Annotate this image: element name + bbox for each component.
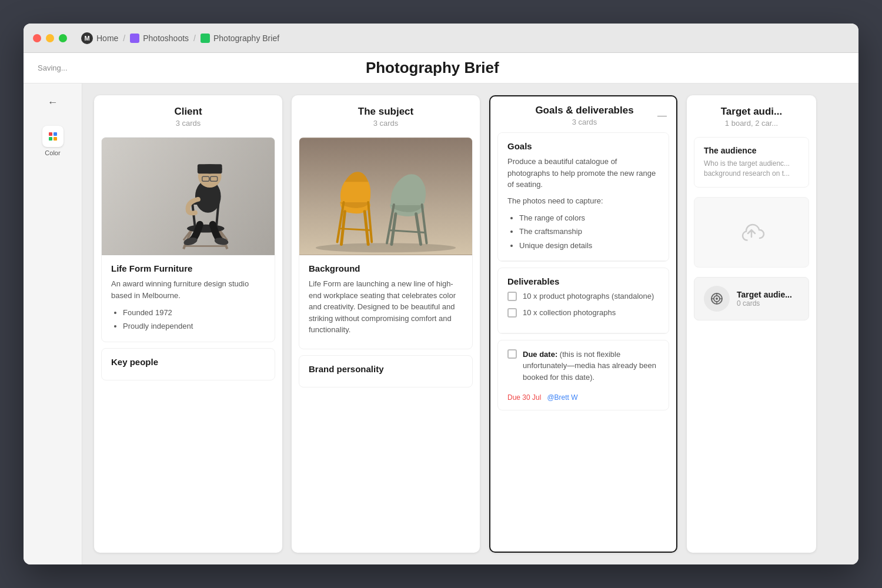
content-area: Saving... Photography Brief ←: [24, 53, 858, 564]
column-target-audience: Target audi... 1 board, 2 car... The aud…: [687, 95, 816, 553]
color-tool-label: Color: [45, 149, 60, 156]
card-brand-content: Brand personality: [299, 356, 472, 387]
checkbox-2[interactable]: [507, 308, 517, 318]
deliverable-item-1: 10 x product photographs (standalone): [507, 291, 659, 302]
column-client-title: Client: [106, 106, 270, 118]
deliverable-label-1: 10 x product photographs (standalone): [523, 291, 654, 302]
column-target-title: Target audi...: [699, 106, 804, 118]
breadcrumb-home[interactable]: M Home: [81, 32, 118, 44]
due-date-bold: Due date:: [523, 350, 557, 359]
breadcrumb-sep-1: /: [123, 34, 125, 43]
column-target-count: 1 board, 2 car...: [699, 119, 804, 128]
list-item: Unique design details: [519, 239, 659, 252]
breadcrumb-home-label: Home: [96, 34, 118, 43]
traffic-lights: [33, 34, 67, 42]
list-item: The range of colors: [519, 211, 659, 225]
svg-rect-24: [299, 138, 472, 255]
svg-rect-2: [49, 137, 52, 141]
color-icon: [42, 126, 64, 147]
green-square-icon: [201, 34, 210, 43]
column-goals-header-row: Goals & deliverables 3 cards —: [490, 96, 676, 128]
column-subject-count: 3 cards: [303, 119, 468, 128]
column-client: Client 3 cards: [94, 95, 282, 553]
target-icon: [704, 286, 730, 312]
breadcrumb-brief[interactable]: Photography Brief: [201, 34, 279, 43]
column-client-count: 3 cards: [106, 119, 270, 128]
card-life-form-text: An award winning furniture design studio…: [111, 278, 265, 301]
column-goals-title: Goals & deliverables: [535, 105, 633, 116]
card-life-form[interactable]: Life Form Furniture An award winning fur…: [101, 137, 275, 342]
column-target-header: Target audi... 1 board, 2 car...: [687, 95, 816, 132]
upload-area[interactable]: [694, 197, 809, 268]
minimize-button[interactable]: [46, 34, 54, 42]
card-background[interactable]: Background Life Form are launching a new…: [299, 137, 473, 349]
list-item: The craftsmanship: [519, 225, 659, 238]
card-brand-personality[interactable]: Brand personality: [299, 355, 473, 387]
column-client-header: Client 3 cards: [94, 95, 282, 132]
deliverables-content: Deliverables 10 x product photographs (s…: [498, 268, 669, 333]
goals-title: Goals: [507, 141, 659, 151]
card-image-chairs: [299, 138, 472, 255]
goals-text: Produce a beautiful catalogue of photogr…: [507, 156, 659, 191]
goals-subtext: The photos need to capture:: [507, 195, 659, 207]
titlebar: M Home / Photoshoots / Photography Brief: [24, 24, 858, 53]
target-mini-count: 0 cards: [737, 299, 792, 308]
column-menu-dots[interactable]: —: [657, 111, 667, 121]
list-item: Founded 1972: [123, 306, 265, 319]
card-background-content: Background Life Form are launching a new…: [299, 255, 472, 349]
due-date-badge: Due 30 Jul: [507, 393, 541, 402]
breadcrumb-photoshoots[interactable]: Photoshoots: [130, 34, 189, 43]
card-key-people[interactable]: Key people: [101, 348, 275, 380]
maximize-button[interactable]: [59, 34, 67, 42]
card-due-date[interactable]: Due date: (this is not flexible unfortun…: [497, 340, 669, 411]
close-button[interactable]: [33, 34, 41, 42]
card-key-people-title: Key people: [111, 357, 265, 367]
card-life-form-content: Life Form Furniture An award winning fur…: [102, 255, 275, 342]
sidebar: ← Color: [24, 83, 82, 564]
column-client-body[interactable]: Life Form Furniture An award winning fur…: [94, 132, 282, 553]
deliverable-label-2: 10 x collection photographs: [523, 308, 616, 318]
sidebar-tool-color[interactable]: Color: [38, 121, 68, 161]
boards-area[interactable]: Client 3 cards: [82, 83, 858, 564]
card-goals[interactable]: Goals Produce a beautiful catalogue of p…: [497, 132, 669, 262]
column-goals: Goals & deliverables 3 cards — Goals Pro…: [489, 95, 677, 553]
list-item: Proudly independent: [123, 319, 265, 333]
assignee-badge: @Brett W: [547, 393, 577, 402]
card-image-person: [102, 138, 275, 255]
card-brand-title: Brand personality: [309, 364, 463, 374]
column-subject-body[interactable]: Background Life Form are launching a new…: [292, 132, 480, 553]
svg-rect-0: [49, 132, 52, 136]
card-target-mini[interactable]: Target audie... 0 cards: [694, 277, 809, 320]
card-life-form-list: Founded 1972 Proudly independent: [111, 306, 265, 333]
back-button[interactable]: ←: [44, 93, 62, 112]
due-date-content: Due date: (this is not flexible unfortun…: [498, 340, 669, 410]
saving-status: Saving...: [38, 64, 68, 72]
audience-text: Who is the target audienc... background …: [704, 159, 799, 179]
m-icon: M: [81, 32, 93, 44]
svg-point-25: [316, 243, 456, 252]
checkbox-due[interactable]: [507, 349, 517, 359]
svg-rect-3: [54, 137, 57, 141]
breadcrumb-photoshoots-label: Photoshoots: [143, 34, 189, 43]
deliverables-title: Deliverables: [507, 276, 659, 286]
goals-content: Goals Produce a beautiful catalogue of p…: [498, 133, 669, 261]
deliverable-item-2: 10 x collection photographs: [507, 308, 659, 318]
top-bar: Saving... Photography Brief: [24, 53, 858, 83]
upload-cloud-icon: [736, 218, 767, 246]
target-card-info: Target audie... 0 cards: [737, 290, 792, 308]
page-title: Photography Brief: [68, 59, 797, 77]
card-background-text: Life Form are launching a new line of hi…: [309, 278, 463, 336]
card-audience[interactable]: The audience Who is the target audienc..…: [694, 137, 809, 188]
main-content: ← Color: [24, 83, 858, 564]
card-deliverables[interactable]: Deliverables 10 x product photographs (s…: [497, 268, 669, 333]
checkbox-1[interactable]: [507, 292, 517, 301]
audience-title: The audience: [704, 146, 799, 155]
column-goals-body[interactable]: Goals Produce a beautiful catalogue of p…: [490, 128, 676, 552]
due-date-meta: Due 30 Jul @Brett W: [507, 393, 659, 402]
column-goals-count: 3 cards: [535, 118, 633, 126]
card-background-title: Background: [309, 263, 463, 273]
breadcrumb: M Home / Photoshoots / Photography Brief: [81, 32, 279, 44]
card-key-people-content: Key people: [102, 349, 275, 380]
svg-rect-1: [54, 132, 57, 136]
due-date-text: Due date: (this is not flexible unfortun…: [523, 349, 659, 383]
